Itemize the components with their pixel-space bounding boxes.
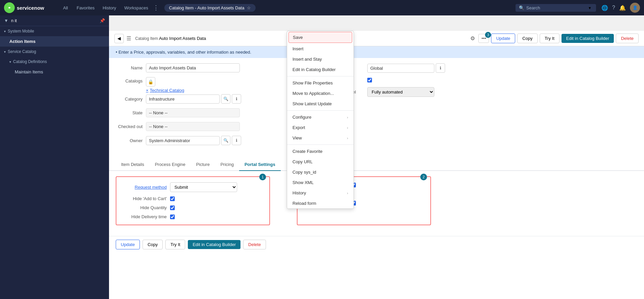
sidebar-item-label: Maintain Items xyxy=(15,69,43,74)
dropdown-show-latest-update[interactable]: Show Latest Update xyxy=(287,99,354,109)
bottom-delete-button[interactable]: Delete xyxy=(243,240,266,249)
lock-icon[interactable]: 🔒 xyxy=(146,77,155,86)
dropdown-view[interactable]: View › xyxy=(287,133,354,143)
workspaces-link[interactable]: Workspaces xyxy=(121,4,151,12)
category-field: Category 🔍 ℹ xyxy=(116,94,310,104)
sidebar-pin-icon[interactable]: 📌 xyxy=(100,18,105,23)
hide-delivery-time-checkbox[interactable] xyxy=(170,215,175,219)
search-bar: 🔍 ▾ xyxy=(516,4,596,12)
dropdown-show-file-props[interactable]: Show File Properties xyxy=(287,78,354,88)
sidebar-search-input[interactable] xyxy=(11,18,97,23)
servicenow-logo: servicenow xyxy=(4,2,58,13)
name-label: Name xyxy=(116,65,143,70)
help-icon[interactable]: ? xyxy=(612,5,615,11)
bottom-copy-button[interactable]: Copy xyxy=(143,240,163,249)
owner-input[interactable] xyxy=(146,136,220,145)
sidebar-item-action-items[interactable]: Action Items xyxy=(0,36,109,47)
edit-catalog-label: Edit in Catalog Builder xyxy=(292,67,336,72)
active-checkbox[interactable] xyxy=(367,78,372,82)
dropdown-export[interactable]: Export › xyxy=(287,122,354,133)
dropdown-save[interactable]: Save xyxy=(288,32,352,43)
tab-item-details[interactable]: Item Details xyxy=(116,159,150,171)
avatar[interactable]: 👤 xyxy=(630,3,640,13)
delete-button[interactable]: Delete xyxy=(616,34,639,43)
configure-chevron: › xyxy=(347,115,348,119)
technical-catalog-link[interactable]: Technical Catalog xyxy=(150,88,184,93)
category-search-icon[interactable]: 🔍 xyxy=(221,94,230,104)
tab-picture[interactable]: Picture xyxy=(191,159,215,171)
dropdown-reload-form[interactable]: Reload form xyxy=(287,198,354,208)
update-button[interactable]: Update xyxy=(491,34,515,43)
search-input[interactable] xyxy=(526,5,587,10)
dropdown-copy-sys-id[interactable]: Copy sys_id xyxy=(287,167,354,177)
bottom-try-it-button[interactable]: Try It xyxy=(165,240,185,249)
history-link[interactable]: History xyxy=(99,4,119,12)
show-xml-label: Show XML xyxy=(292,180,314,185)
application-info-icon[interactable]: ℹ xyxy=(436,63,445,73)
sidebar-item-maintain-items[interactable]: Maintain Items xyxy=(0,67,109,77)
dropdown-insert-and-stay[interactable]: Insert and Stay xyxy=(287,54,354,64)
chevron-icon: ▾ xyxy=(4,50,6,54)
star-icon[interactable]: ☆ xyxy=(247,5,251,10)
bottom-update-button[interactable]: Update xyxy=(116,240,140,249)
all-button[interactable]: All xyxy=(60,4,70,12)
dropdown-configure[interactable]: Configure › xyxy=(287,112,354,122)
chevron-icon: ▾ xyxy=(9,60,11,64)
bell-icon[interactable]: 🔔 xyxy=(619,5,626,11)
nav-links: Favorites History Workspaces ⋮ xyxy=(73,4,159,12)
sidebar-item-label: Action Items xyxy=(9,39,36,44)
request-method-select[interactable]: Submit Order Now Cart xyxy=(170,182,237,192)
try-it-button[interactable]: Try It xyxy=(540,34,559,43)
globe-icon[interactable]: 🌐 xyxy=(601,5,608,11)
name-input[interactable] xyxy=(146,63,240,72)
favorites-link[interactable]: Favorites xyxy=(73,4,98,12)
tab-pricing[interactable]: Pricing xyxy=(215,159,239,171)
tab-portal-settings[interactable]: Portal Settings xyxy=(239,159,281,171)
active-tab-pill[interactable]: Catalog Item - Auto Import Assets Data ☆ xyxy=(164,4,256,12)
state-input[interactable] xyxy=(146,108,240,117)
portal-section-2-badge: 2 xyxy=(420,174,427,180)
name-field: Name xyxy=(116,63,310,72)
hide-add-to-cart-checkbox[interactable] xyxy=(170,196,175,201)
dropdown-insert[interactable]: Insert xyxy=(287,44,354,54)
back-button[interactable]: ◀ xyxy=(114,34,124,43)
sidebar-item-system-mobile[interactable]: ▾ System Mobile xyxy=(0,26,109,36)
dropdown-show-xml[interactable]: Show XML xyxy=(287,177,354,188)
top-nav: servicenow All Favorites History Workspa… xyxy=(0,0,644,15)
dropdown-create-favorite[interactable]: Create Favorite xyxy=(287,146,354,157)
application-input[interactable] xyxy=(367,64,434,73)
dropdown-copy-url[interactable]: Copy URL xyxy=(287,157,354,167)
owner-input-group: 🔍 ℹ xyxy=(146,136,241,145)
more-nav-icon[interactable]: ⋮ xyxy=(153,4,159,11)
category-info-icon[interactable]: ℹ xyxy=(232,94,241,104)
sidebar-item-catalog-definitions[interactable]: ▾ Catalog Definitions xyxy=(0,57,109,67)
configure-label: Configure xyxy=(292,115,311,120)
tab-process-engine[interactable]: Process Engine xyxy=(150,159,191,171)
checked-out-field: Checked out xyxy=(116,122,310,131)
hide-quantity-checkbox[interactable] xyxy=(170,205,175,210)
divider-3 xyxy=(287,144,354,145)
edit-catalog-button[interactable]: Edit in Catalog Builder xyxy=(561,34,614,43)
portal-settings-content: 1 Request method Submit Order Now Cart H… xyxy=(109,171,644,236)
menu-icon[interactable]: ☰ xyxy=(126,35,131,42)
dropdown-edit-catalog[interactable]: Edit in Catalog Builder xyxy=(287,64,354,75)
category-input[interactable] xyxy=(146,95,220,104)
automation-select[interactable]: Fully automated xyxy=(367,87,434,97)
checked-out-input[interactable] xyxy=(146,122,240,131)
settings-icon[interactable]: ⚙ xyxy=(470,35,475,42)
bottom-edit-catalog-button[interactable]: Edit in Catalog Builder xyxy=(188,240,240,249)
sidebar-item-service-catalog[interactable]: ▾ Service Catalog xyxy=(0,47,109,57)
remove-catalog-icon[interactable]: × xyxy=(146,88,149,93)
owner-search-icon[interactable]: 🔍 xyxy=(221,136,230,145)
owner-info-icon[interactable]: ℹ xyxy=(232,136,241,145)
request-method-label[interactable]: Request method xyxy=(123,185,167,190)
catalogs-control: 🔒 × Technical Catalog xyxy=(146,77,184,93)
state-label: State xyxy=(116,110,143,115)
tabs: Item Details Process Engine Picture Pric… xyxy=(109,159,644,171)
dropdown-history[interactable]: History › xyxy=(287,188,354,198)
search-dropdown-icon[interactable]: ▾ xyxy=(589,5,591,10)
copy-button[interactable]: Copy xyxy=(517,34,537,43)
show-latest-update-label: Show Latest Update xyxy=(292,101,332,106)
dropdown-move-to-app[interactable]: Move to Application... xyxy=(287,88,354,99)
actions-badge: 3 xyxy=(485,32,491,38)
